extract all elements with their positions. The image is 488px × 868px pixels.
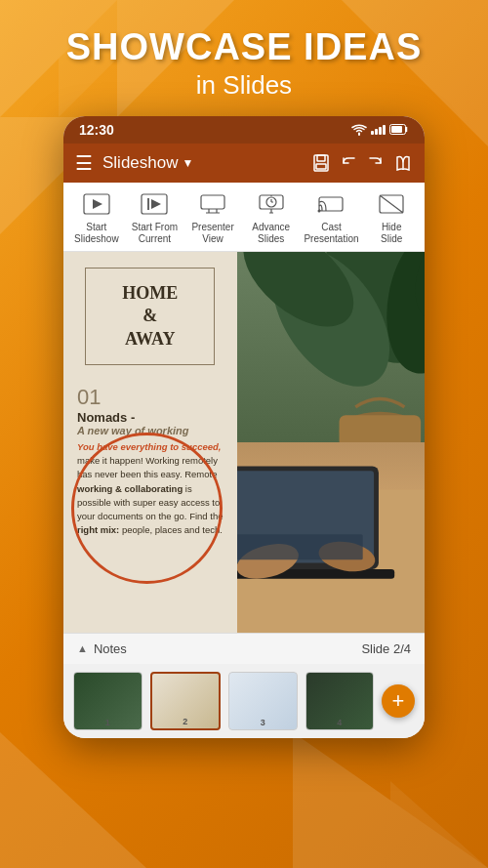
svg-line-33 (380, 195, 403, 213)
notes-label: ▲ Notes (77, 641, 127, 656)
slide-left-panel: HOME&AWAY 01 Nomads - A new way of worki… (63, 252, 237, 633)
hero-title: SHOWCASE IDEAS (66, 27, 422, 68)
play-from-icon (137, 190, 172, 218)
toolbar-actions (311, 153, 413, 173)
hide-icon (374, 190, 409, 218)
start-from-current-label: Start FromCurrent (132, 222, 178, 245)
svg-marker-19 (151, 199, 161, 209)
menu-icon[interactable]: ☰ (75, 151, 93, 175)
dropdown-arrow-icon[interactable]: ▼ (183, 156, 194, 170)
add-slide-button[interactable]: + (382, 684, 415, 718)
svg-rect-12 (317, 155, 325, 161)
hero-subtitle: in Slides (66, 70, 422, 101)
slide-section-title: Nomads - (77, 410, 224, 425)
hide-slide-button[interactable]: HideSlide (366, 190, 417, 245)
thumbnail-3[interactable]: 3 (228, 672, 298, 730)
wifi-icon (351, 124, 367, 136)
svg-rect-47 (237, 534, 363, 559)
svg-marker-6 (0, 732, 146, 868)
save-icon[interactable] (311, 153, 331, 173)
toolbar-title: Slideshow ▼ (102, 153, 302, 173)
status-time: 12:30 (79, 122, 114, 138)
thumbnail-2[interactable]: 2 (150, 672, 222, 730)
slide-content: HOME&AWAY 01 Nomads - A new way of worki… (63, 252, 425, 633)
battery-icon (389, 124, 409, 135)
slide-right-panel (237, 252, 425, 633)
slide-title: HOME&AWAY (103, 282, 196, 351)
advance-slides-button[interactable]: AdvanceSlides (246, 190, 297, 245)
app-toolbar: ☰ Slideshow ▼ (63, 144, 425, 183)
slideshow-toolbar: StartSlideshow Start FromCurrent (63, 183, 425, 252)
thumb-num-3: 3 (261, 718, 265, 727)
play-triangle-icon (79, 190, 114, 218)
status-icons (351, 124, 409, 136)
start-slideshow-button[interactable]: StartSlideshow (71, 190, 122, 245)
thumb-num-4: 4 (337, 718, 342, 727)
svg-rect-20 (201, 195, 224, 209)
start-slideshow-label: StartSlideshow (74, 222, 119, 245)
thumbnail-1[interactable]: 1 (73, 672, 142, 730)
svg-point-31 (318, 209, 321, 212)
slide-indicator: Slide 2/4 (361, 641, 411, 656)
book-icon[interactable] (393, 153, 413, 173)
slide-title-box: HOME&AWAY (85, 268, 215, 365)
cast-presentation-label: CastPresentation (304, 222, 358, 245)
signal-bars (371, 125, 386, 135)
thumb-num-2: 2 (183, 717, 187, 726)
presenter-view-label: PresenterView (191, 222, 233, 245)
monitor-icon (195, 190, 230, 218)
timer-icon (254, 190, 289, 218)
thumb-num-1: 1 (105, 718, 110, 727)
svg-rect-13 (316, 164, 326, 169)
circle-annotation (71, 433, 223, 584)
cast-icon (313, 190, 348, 218)
notes-chevron-icon: ▲ (77, 642, 88, 654)
slide-section-num: 01 (77, 385, 224, 410)
thumbnail-4[interactable]: 4 (305, 672, 375, 730)
svg-marker-16 (93, 199, 102, 209)
desk-illustration (237, 442, 425, 633)
presenter-view-button[interactable]: PresenterView (187, 190, 238, 245)
hide-slide-label: HideSlide (381, 222, 402, 245)
notes-bar[interactable]: ▲ Notes Slide 2/4 (63, 633, 425, 664)
start-from-current-button[interactable]: Start FromCurrent (129, 190, 180, 245)
svg-marker-8 (390, 781, 488, 868)
phone-mockup: 12:30 (63, 116, 425, 738)
advance-slides-label: AdvanceSlides (252, 222, 290, 245)
svg-rect-10 (391, 126, 402, 133)
status-bar: 12:30 (63, 116, 425, 144)
undo-icon[interactable] (339, 153, 358, 173)
slide-section: 01 Nomads - A new way of working (63, 381, 237, 436)
redo-icon[interactable] (366, 153, 386, 173)
thumbnails-bar: 1 2 3 4 + (63, 664, 425, 738)
svg-rect-30 (319, 197, 343, 211)
notes-text: Notes (94, 641, 127, 656)
cast-presentation-button[interactable]: CastPresentation (304, 190, 358, 245)
